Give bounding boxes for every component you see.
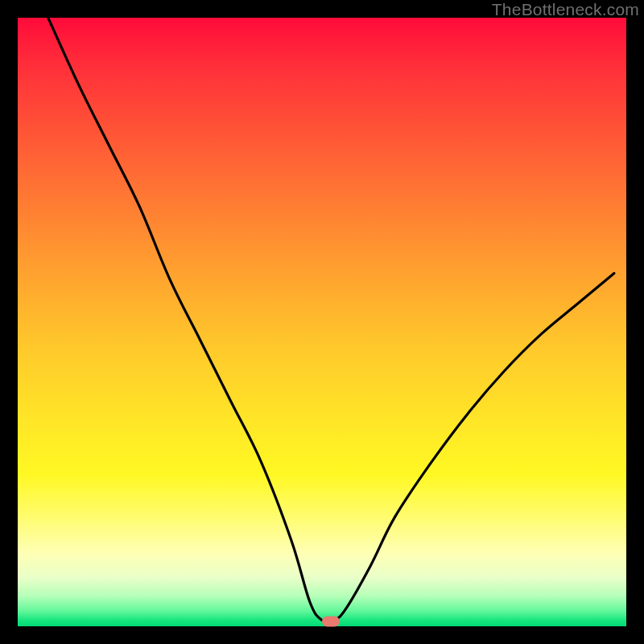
curve-path	[48, 18, 614, 622]
chart-stage: TheBottleneck.com	[0, 0, 644, 644]
bottleneck-curve	[18, 18, 626, 626]
chart-plot-area	[18, 18, 626, 626]
watermark-text: TheBottleneck.com	[492, 0, 639, 19]
bottleneck-marker-icon	[322, 616, 340, 626]
